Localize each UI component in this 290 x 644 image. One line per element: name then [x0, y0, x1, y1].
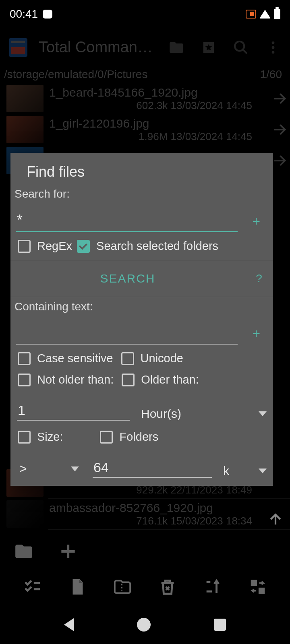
status-bar: 00:41 [0, 0, 290, 28]
size-unit-label: k [223, 464, 229, 478]
older-label: Older than: [141, 373, 199, 386]
size-checkbox[interactable]: Size: [18, 430, 63, 444]
size-label: Size: [37, 430, 63, 444]
chevron-down-icon [71, 466, 79, 471]
search-for-input[interactable] [16, 203, 238, 232]
regex-label: RegEx [37, 239, 72, 253]
checkbox-icon [18, 352, 31, 365]
svg-point-4 [272, 51, 275, 54]
status-notification-icon [43, 10, 52, 19]
swap-panels-icon[interactable] [249, 578, 267, 596]
checkbox-icon [100, 431, 113, 444]
app-title: Total Comman… [39, 39, 157, 56]
unicode-label: Unicode [141, 352, 183, 365]
svg-rect-5 [251, 580, 257, 586]
folder-icon[interactable] [168, 39, 184, 56]
chevron-down-icon [259, 469, 267, 473]
nav-recent-icon[interactable] [214, 619, 226, 631]
size-operator-value: > [19, 461, 27, 476]
nav-home-icon[interactable] [137, 618, 151, 632]
thumbnail-icon [6, 85, 44, 112]
checkbox-icon [18, 431, 31, 444]
bottom-toolbar [0, 568, 290, 605]
age-unit-select[interactable]: Hour(s) [141, 407, 267, 421]
delete-icon[interactable] [158, 578, 177, 596]
svg-line-1 [243, 50, 247, 54]
wifi-icon [259, 10, 271, 19]
nav-back-icon[interactable] [64, 618, 74, 631]
file-name: 1_girl-2120196.jpg [49, 117, 288, 130]
quick-action-bar [0, 535, 290, 568]
battery-icon [274, 9, 280, 19]
folders-label: Folders [119, 430, 158, 444]
not-older-checkbox[interactable]: Not older than: [18, 373, 114, 386]
age-unit-label: Hour(s) [141, 407, 181, 421]
sort-icon[interactable] [203, 578, 222, 596]
not-older-label: Not older than: [37, 373, 114, 386]
svg-rect-6 [259, 588, 265, 594]
add-icon[interactable] [58, 541, 78, 561]
arrow-right-icon[interactable] [271, 91, 288, 107]
add-pattern-button[interactable]: + [246, 213, 267, 232]
new-folder-icon[interactable] [14, 541, 34, 561]
help-button[interactable]: ? [245, 272, 273, 285]
list-item[interactable]: 1_beard-1845166_1920.jpg 602.3k 13/03/20… [0, 83, 290, 114]
checkbox-icon [18, 374, 31, 386]
file-name: 1_beard-1845166_1920.jpg [49, 86, 288, 99]
status-clock: 00:41 [10, 8, 38, 21]
find-files-dialog: Find files Search for: + RegEx Search se… [10, 153, 273, 486]
checkbox-icon [121, 352, 134, 365]
archive-icon[interactable] [113, 578, 132, 596]
case-checkbox[interactable]: Case sensitive [18, 352, 113, 365]
regex-checkbox[interactable]: RegEx [18, 239, 72, 253]
containing-input[interactable] [16, 316, 238, 345]
size-unit-select[interactable]: k [223, 464, 267, 478]
file-meta: 716.1k 15/03/2023 18:34 [49, 515, 288, 527]
arrow-right-icon[interactable] [271, 122, 288, 138]
size-operator-select[interactable]: > [17, 459, 81, 478]
svg-point-3 [272, 46, 275, 49]
containing-label: Containing text: [13, 297, 271, 313]
search-button[interactable]: SEARCH [10, 272, 245, 285]
scroll-top-icon[interactable] [267, 511, 284, 527]
app-bar: Total Comman… [0, 28, 290, 66]
folders-checkbox[interactable]: Folders [100, 430, 158, 444]
svg-point-2 [272, 41, 275, 44]
file-meta: 1.96M 13/03/2024 14:45 [49, 130, 288, 143]
select-icon[interactable] [23, 578, 41, 596]
search-icon[interactable] [233, 39, 249, 56]
item-count: 1/60 [260, 68, 286, 81]
search-folders-label: Search selected folders [96, 239, 218, 253]
cast-icon [246, 10, 256, 19]
checkbox-checked-icon [77, 240, 90, 253]
bookmark-folder-icon[interactable] [201, 39, 217, 56]
older-checkbox[interactable]: Older than: [122, 373, 199, 386]
case-label: Case sensitive [37, 352, 113, 365]
list-item[interactable]: 1_girl-2120196.jpg 1.96M 13/03/2024 14:4… [0, 114, 290, 145]
overflow-menu-icon[interactable] [265, 39, 281, 56]
file-name: ambassador-852766_1920.jpg [49, 501, 288, 515]
thumbnail-icon [6, 116, 44, 143]
list-item[interactable]: ambassador-852766_1920.jpg 716.1k 15/03/… [0, 499, 290, 529]
current-path: /storage/emulated/0/Pictures [4, 68, 147, 81]
svg-point-0 [235, 41, 244, 51]
checkbox-icon [18, 240, 31, 253]
app-logo-icon [9, 38, 27, 57]
thumbnail-icon [6, 500, 44, 528]
search-folders-checkbox[interactable]: Search selected folders [77, 239, 218, 253]
file-meta: 602.3k 13/03/2024 14:45 [49, 99, 288, 112]
size-value-input[interactable] [93, 456, 212, 478]
add-text-button[interactable]: + [246, 326, 267, 345]
unicode-checkbox[interactable]: Unicode [121, 352, 183, 365]
age-value-input[interactable] [17, 398, 130, 421]
arrow-right-icon[interactable] [271, 153, 288, 169]
dialog-title: Find files [10, 153, 273, 184]
checkbox-icon [122, 374, 135, 386]
chevron-down-icon [259, 411, 267, 416]
system-nav-bar [0, 605, 290, 644]
path-bar[interactable]: /storage/emulated/0/Pictures 1/60 [0, 66, 290, 83]
search-for-label: Search for: [13, 184, 271, 200]
file-icon[interactable] [68, 578, 87, 596]
